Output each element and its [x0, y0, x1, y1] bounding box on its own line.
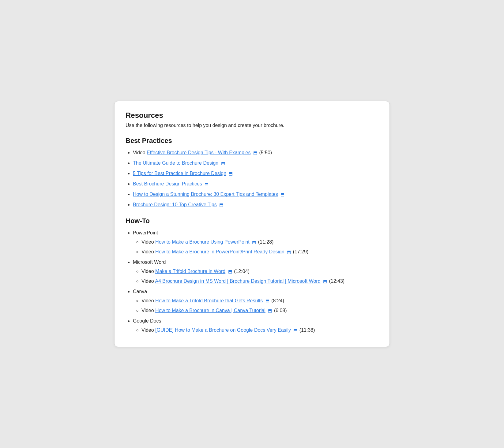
- external-link-icon: ⬒: [229, 170, 233, 177]
- external-link-icon: ⬒: [280, 191, 284, 198]
- duration: (6:08): [274, 308, 287, 313]
- duration: (17:29): [293, 249, 309, 254]
- resource-link[interactable]: A4 Brochure Design in MS Word | Brochure…: [155, 278, 320, 284]
- item-prefix: Video: [133, 150, 147, 155]
- external-link-icon: ⬒: [293, 327, 297, 334]
- resource-link[interactable]: 5 Tips for Best Practice in Brochure Des…: [133, 171, 226, 176]
- best-practices-list: Video Effective Brochure Design Tips - W…: [126, 149, 378, 208]
- list-item: Video How to Make a Brochure in PowerPoi…: [141, 248, 378, 256]
- list-item: Video Make a Trifold Brochure in Word ⬒ …: [141, 268, 378, 275]
- external-link-icon: ⬒: [323, 278, 327, 285]
- duration: (11:28): [258, 239, 274, 245]
- external-link-icon: ⬒: [228, 268, 232, 275]
- list-item: Video How to Make a Brochure in Canva | …: [141, 307, 378, 314]
- category-item-powerpoint: PowerPoint Video How to Make a Brochure …: [133, 229, 378, 256]
- list-item: Video How to Make a Trifold Brochure tha…: [141, 297, 378, 304]
- external-link-icon: ⬒: [265, 298, 269, 304]
- item-prefix: Video: [141, 278, 155, 284]
- duration: (11:38): [299, 327, 315, 333]
- duration: (12:43): [329, 278, 344, 284]
- sub-list-word: Video Make a Trifold Brochure in Word ⬒ …: [133, 268, 378, 285]
- list-item: 5 Tips for Best Practice in Brochure Des…: [133, 170, 378, 177]
- duration: (12:04): [234, 269, 250, 274]
- sub-list-google-docs: Video [GUIDE] How to Make a Brochure on …: [133, 327, 378, 334]
- category-label: PowerPoint: [133, 230, 158, 235]
- subtitle-text: Use the following resources to help you …: [126, 123, 378, 128]
- list-item: The Ultimate Guide to Brochure Design ⬒: [133, 159, 378, 167]
- how-to-title: How-To: [126, 217, 378, 225]
- resource-link[interactable]: Best Brochure Design Practices: [133, 181, 202, 186]
- list-item: Brochure Design: 10 Top Creative Tips ⬒: [133, 201, 378, 208]
- resource-link[interactable]: The Ultimate Guide to Brochure Design: [133, 160, 218, 166]
- list-item: How to Design a Stunning Brochure: 30 Ex…: [133, 191, 378, 198]
- external-link-icon: ⬒: [219, 202, 223, 208]
- external-link-icon: ⬒: [253, 150, 257, 156]
- resource-link[interactable]: Make a Trifold Brochure in Word: [155, 269, 225, 274]
- resource-link[interactable]: How to Make a Brochure Using PowerPoint: [155, 239, 250, 245]
- resource-link[interactable]: How to Make a Brochure in PowerPoint/Pri…: [155, 249, 284, 254]
- external-link-icon: ⬒: [205, 181, 209, 187]
- resource-link[interactable]: How to Make a Trifold Brochure that Gets…: [155, 298, 263, 303]
- duration: (5:50): [259, 150, 272, 155]
- external-link-icon: ⬒: [268, 308, 272, 314]
- category-item-word: Microsoft Word Video Make a Trifold Broc…: [133, 259, 378, 285]
- item-prefix: Video: [141, 269, 155, 274]
- list-item: Video [GUIDE] How to Make a Brochure on …: [141, 327, 378, 334]
- category-label: Microsoft Word: [133, 259, 166, 265]
- resource-link[interactable]: How to Design a Stunning Brochure: 30 Ex…: [133, 192, 278, 197]
- item-prefix: Video: [141, 298, 155, 303]
- external-link-icon: ⬒: [287, 249, 291, 255]
- resources-card: Resources Use the following resources to…: [114, 101, 390, 347]
- resource-link[interactable]: [GUIDE] How to Make a Brochure on Google…: [155, 327, 291, 333]
- external-link-icon: ⬒: [221, 160, 225, 166]
- sub-list-canva: Video How to Make a Trifold Brochure tha…: [133, 297, 378, 314]
- list-item: Video How to Make a Brochure Using Power…: [141, 238, 378, 246]
- category-label: Google Docs: [133, 318, 161, 323]
- main-title: Resources: [126, 111, 378, 120]
- sub-list-powerpoint: Video How to Make a Brochure Using Power…: [133, 238, 378, 256]
- external-link-icon: ⬒: [252, 239, 256, 245]
- item-prefix: Video: [141, 308, 155, 313]
- resource-link[interactable]: How to Make a Brochure in Canva | Canva …: [155, 308, 265, 313]
- list-item: Best Brochure Design Practices ⬒: [133, 180, 378, 188]
- category-item-google-docs: Google Docs Video [GUIDE] How to Make a …: [133, 317, 378, 334]
- resource-link[interactable]: Effective Brochure Design Tips - With Ex…: [147, 150, 250, 155]
- category-label: Canva: [133, 289, 147, 294]
- best-practices-title: Best Practices: [126, 137, 378, 145]
- item-prefix: Video: [141, 239, 155, 245]
- category-item-canva: Canva Video How to Make a Trifold Brochu…: [133, 288, 378, 314]
- resource-link[interactable]: Brochure Design: 10 Top Creative Tips: [133, 202, 217, 207]
- list-item: Video Effective Brochure Design Tips - W…: [133, 149, 378, 156]
- list-item: Video A4 Brochure Design in MS Word | Br…: [141, 278, 378, 285]
- item-prefix: Video: [141, 327, 155, 333]
- item-prefix: Video: [141, 249, 155, 254]
- how-to-list: PowerPoint Video How to Make a Brochure …: [126, 229, 378, 334]
- duration: (8:24): [271, 298, 284, 303]
